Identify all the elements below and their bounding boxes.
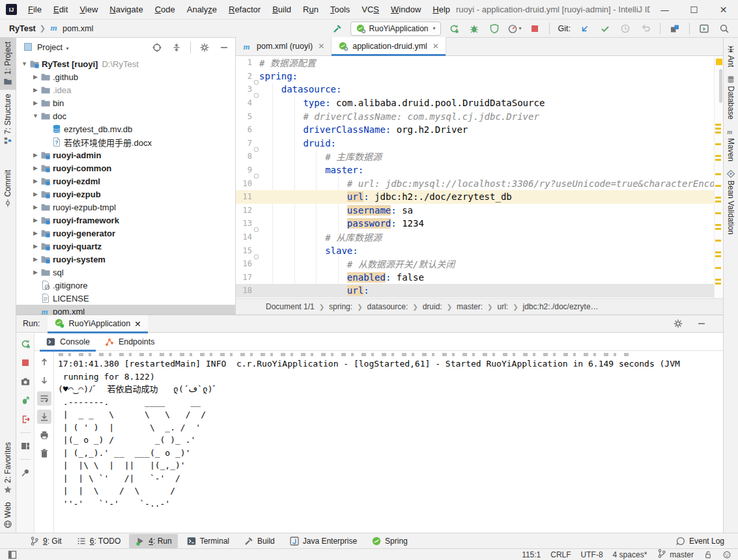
tree-item-bin[interactable]: ▶bin bbox=[16, 96, 235, 109]
scroll-to-end-button[interactable] bbox=[37, 410, 51, 424]
tree-item-若依环境使用手册-docx[interactable]: ?若依环境使用手册.docx bbox=[16, 135, 235, 148]
event-log-button[interactable]: Event Log bbox=[670, 534, 730, 548]
rollback-button[interactable] bbox=[638, 21, 653, 36]
tree-item-pom-xml[interactable]: mpom.xml bbox=[16, 305, 235, 315]
menu-code[interactable]: Code bbox=[149, 0, 181, 20]
tree-item--idea[interactable]: ▶.idea bbox=[16, 83, 235, 96]
menu-window[interactable]: Window bbox=[385, 0, 427, 20]
breadcrumb-item[interactable]: datasource: bbox=[367, 302, 408, 311]
editor-tab-pom.xml-ruoyi-[interactable]: mpom.xml (ruoyi)✕ bbox=[236, 37, 332, 55]
code-line-8[interactable]: 8 # 主库数据源 bbox=[236, 150, 723, 163]
tool-window-button-1-project[interactable]: 1: Project bbox=[0, 38, 16, 90]
chevron-collapsed-icon[interactable]: ▶ bbox=[31, 165, 40, 171]
tree-item-doc[interactable]: ▼doc bbox=[16, 109, 235, 122]
editor-tab-application-druid.yml[interactable]: application-druid.yml✕ bbox=[332, 37, 446, 55]
thread-dump-button[interactable] bbox=[18, 374, 33, 389]
tree-item-rytest-ruoyi-[interactable]: ▼RyTest [ruoyi]D:\RyTest bbox=[16, 57, 235, 70]
code-line-6[interactable]: 6 driverClassName: org.h2.Driver bbox=[236, 123, 723, 137]
chevron-collapsed-icon[interactable]: ▶ bbox=[31, 204, 40, 210]
tool-window-button-maven[interactable]: mMaven bbox=[724, 123, 738, 165]
stop-button[interactable] bbox=[18, 356, 33, 370]
clear-console-button[interactable] bbox=[37, 446, 51, 460]
code-line-18[interactable]: 18 url: bbox=[236, 284, 723, 298]
tool-window-bar-spring[interactable]: Spring bbox=[365, 534, 414, 548]
tree-item-ruoyi-generator[interactable]: ▶ruoyi-generator bbox=[16, 227, 235, 240]
tool-window-bar-java-enterprise[interactable]: Java Enterprise bbox=[283, 534, 363, 548]
code-line-15[interactable]: 15 slave: bbox=[236, 244, 723, 257]
line-ending[interactable]: CRLF bbox=[550, 550, 571, 559]
chevron-collapsed-icon[interactable]: ▶ bbox=[31, 100, 40, 106]
code-line-16[interactable]: 16 # 从数据源开关/默认关闭 bbox=[236, 257, 723, 271]
user-face-icon[interactable] bbox=[722, 550, 731, 559]
breadcrumb-item[interactable]: spring: bbox=[329, 302, 352, 311]
code-line-10[interactable]: 10 # url: jdbc:mysql://localhost:3306/ry… bbox=[236, 176, 723, 190]
menu-build[interactable]: Build bbox=[266, 0, 297, 20]
close-icon[interactable]: ✕ bbox=[318, 42, 324, 51]
tool-window-button-7-structure[interactable]: 7: Structure bbox=[0, 90, 16, 149]
chevron-collapsed-icon[interactable]: ▶ bbox=[31, 256, 40, 262]
tool-window-button-database[interactable]: Database bbox=[724, 71, 738, 123]
pin-button[interactable] bbox=[18, 466, 33, 480]
build-project-button[interactable] bbox=[330, 21, 345, 36]
tree-item-ruoyi-admin[interactable]: ▶ruoyi-admin bbox=[16, 148, 235, 161]
project-settings-button[interactable] bbox=[197, 40, 212, 55]
layout-button[interactable] bbox=[18, 439, 33, 453]
breadcrumb-item[interactable]: jdbc:h2:./doc/ezryte… bbox=[523, 302, 599, 311]
tool-window-button-ant[interactable]: Ant bbox=[724, 40, 738, 71]
commit-button[interactable] bbox=[598, 21, 612, 36]
error-stripe[interactable] bbox=[714, 56, 723, 298]
tool-window-button-web[interactable]: Web bbox=[0, 498, 16, 533]
tree-item-ezrytest-db-mv-db[interactable]: ezrytest_db.mv.db bbox=[16, 122, 235, 135]
chevron-expanded-icon[interactable]: ▼ bbox=[31, 113, 40, 119]
tree-item-ruoyi-system[interactable]: ▶ruoyi-system bbox=[16, 253, 235, 266]
detach-button[interactable] bbox=[18, 412, 33, 427]
tree-item-ruoyi-ezpub-tmpl[interactable]: ▶ruoyi-ezpub-tmpl bbox=[16, 201, 235, 214]
chevron-collapsed-icon[interactable]: ▶ bbox=[31, 191, 40, 197]
restart-button[interactable] bbox=[18, 393, 33, 408]
chevron-expanded-icon[interactable]: ▼ bbox=[20, 61, 29, 67]
tree-item-ruoyi-quartz[interactable]: ▶ruoyi-quartz bbox=[16, 240, 235, 253]
code-editor[interactable]: 1# 数据源配置2spring:3 datasource:4 type: com… bbox=[236, 56, 723, 298]
menu-edit[interactable]: Edit bbox=[48, 0, 74, 20]
tool-window-button-commit[interactable]: Commit bbox=[0, 166, 16, 212]
code-line-12[interactable]: 12 username: sa bbox=[236, 204, 723, 217]
menu-run[interactable]: Run bbox=[297, 0, 324, 20]
code-line-13[interactable]: 13 password: 1234 bbox=[236, 217, 723, 231]
tree-item-ruoyi-framework[interactable]: ▶ruoyi-framework bbox=[16, 214, 235, 227]
code-line-4[interactable]: 4 type: com.alibaba.druid.pool.DruidData… bbox=[236, 96, 723, 110]
chevron-collapsed-icon[interactable]: ▶ bbox=[31, 152, 40, 158]
tool-window-button-bean-validation[interactable]: Bean Validation bbox=[724, 165, 738, 238]
tool-window-button-2-favorites[interactable]: 2: Favorites bbox=[0, 438, 16, 498]
breadcrumb-item[interactable]: Document 1/1 bbox=[266, 302, 315, 311]
toolwindow-switcher-icon[interactable] bbox=[5, 548, 20, 560]
menu-view[interactable]: View bbox=[74, 0, 104, 20]
project-panel-title[interactable]: Project ▾ bbox=[37, 43, 68, 52]
code-line-1[interactable]: 1# 数据源配置 bbox=[236, 56, 723, 70]
maximize-button[interactable]: ☐ bbox=[679, 0, 709, 19]
tab-console[interactable]: Console bbox=[40, 333, 96, 351]
tree-item--github[interactable]: ▶.github bbox=[16, 70, 235, 83]
lock-icon[interactable] bbox=[703, 550, 713, 559]
update-project-button[interactable] bbox=[578, 21, 592, 36]
scrollbar-thumb[interactable] bbox=[719, 69, 722, 103]
chevron-collapsed-icon[interactable]: ▶ bbox=[31, 217, 40, 223]
menu-analyze[interactable]: Analyze bbox=[181, 0, 223, 20]
gear-icon[interactable] bbox=[671, 316, 685, 331]
run-button[interactable] bbox=[447, 21, 461, 36]
soft-wrap-button[interactable] bbox=[37, 391, 51, 406]
code-line-17[interactable]: 17 enabled: false bbox=[236, 271, 723, 285]
profiler-button[interactable]: ▾ bbox=[507, 21, 522, 36]
tree-item-ruoyi-ezpub[interactable]: ▶ruoyi-ezpub bbox=[16, 188, 235, 201]
code-line-2[interactable]: 2spring: bbox=[236, 70, 723, 83]
stop-button[interactable] bbox=[528, 21, 542, 36]
tool-window-bar-terminal[interactable]: Terminal bbox=[180, 534, 235, 548]
close-icon[interactable]: ✕ bbox=[134, 319, 141, 329]
run-config-tab[interactable]: RuoYiApplication ✕ bbox=[48, 315, 147, 333]
menu-refactor[interactable]: Refactor bbox=[223, 0, 266, 20]
tree-item--gitignore[interactable]: .gitignore bbox=[16, 279, 235, 292]
minimize-button[interactable]: — bbox=[650, 0, 679, 19]
tool-window-bar-build[interactable]: Build bbox=[238, 534, 281, 548]
diff-folders-button[interactable] bbox=[668, 21, 682, 36]
chevron-collapsed-icon[interactable]: ▶ bbox=[31, 74, 40, 80]
console-output[interactable]: 17:01:41.380 [restartedMain] INFO c.r.Ru… bbox=[54, 351, 723, 533]
